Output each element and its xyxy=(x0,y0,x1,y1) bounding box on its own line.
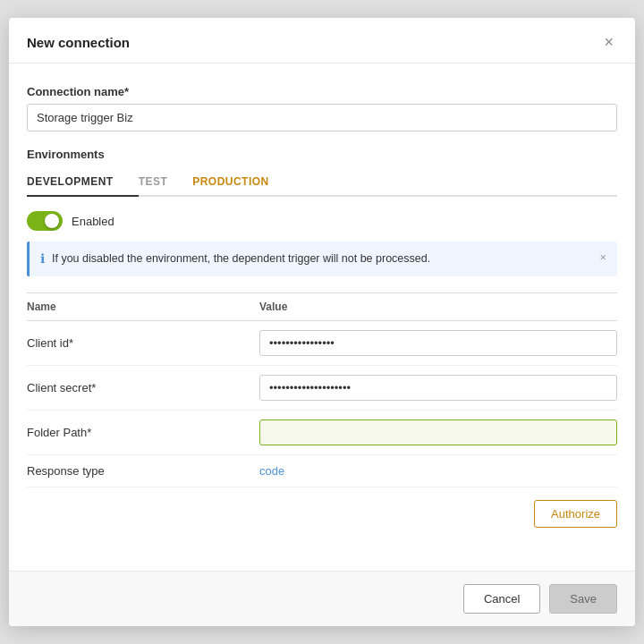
response-type-row: Response type code xyxy=(27,455,617,487)
folder-path-label: Folder Path* xyxy=(27,426,259,439)
client-id-label: Client id* xyxy=(27,336,259,350)
enabled-row: Enabled xyxy=(27,211,617,231)
tab-development[interactable]: DEVELOPMENT xyxy=(27,168,139,197)
dialog-header: New connection × xyxy=(9,18,635,64)
authorize-row: Authorize xyxy=(27,487,617,531)
fields-table: Name Value Client id* Client secret* Fol… xyxy=(27,292,617,487)
environments-label: Environments xyxy=(27,148,617,161)
dialog-body: Connection name* Environments DEVELOPMEN… xyxy=(9,64,635,571)
close-button[interactable]: × xyxy=(600,32,617,52)
enabled-toggle[interactable] xyxy=(27,211,63,231)
dialog-title: New connection xyxy=(27,35,130,50)
info-banner-text: If you disabled the environment, the dep… xyxy=(52,250,589,267)
response-type-value: code xyxy=(259,464,617,478)
folder-path-input[interactable] xyxy=(259,419,617,445)
info-banner: ℹ If you disabled the environment, the d… xyxy=(27,242,617,276)
tab-production[interactable]: PRODUCTION xyxy=(192,168,293,197)
connection-name-section: Connection name* xyxy=(27,85,617,131)
save-button[interactable]: Save xyxy=(549,584,617,614)
dialog-footer: Cancel Save xyxy=(9,571,635,626)
tab-test[interactable]: TEST xyxy=(139,168,193,197)
client-id-row: Client id* xyxy=(27,321,617,366)
cancel-button[interactable]: Cancel xyxy=(463,584,540,614)
client-secret-label: Client secret* xyxy=(27,381,259,394)
value-column-header: Value xyxy=(259,301,617,313)
client-id-value xyxy=(259,330,617,356)
client-id-input[interactable] xyxy=(259,330,617,356)
environments-tabs: DEVELOPMENT TEST PRODUCTION xyxy=(27,168,617,197)
fields-header: Name Value xyxy=(27,293,617,321)
authorize-button[interactable]: Authorize xyxy=(534,500,617,528)
response-type-static: code xyxy=(259,464,284,478)
connection-name-label: Connection name* xyxy=(27,85,617,98)
info-icon: ℹ xyxy=(40,251,45,266)
client-secret-row: Client secret* xyxy=(27,366,617,411)
toggle-knob xyxy=(45,214,59,228)
folder-path-value xyxy=(259,419,617,445)
name-column-header: Name xyxy=(27,301,259,313)
response-type-label: Response type xyxy=(27,464,259,478)
client-secret-value xyxy=(259,375,617,401)
client-secret-input[interactable] xyxy=(259,375,617,401)
new-connection-dialog: New connection × Connection name* Enviro… xyxy=(9,18,635,626)
info-banner-close[interactable]: × xyxy=(599,250,606,264)
connection-name-input[interactable] xyxy=(27,104,617,131)
enabled-label: Enabled xyxy=(72,215,114,228)
folder-path-row: Folder Path* xyxy=(27,411,617,455)
